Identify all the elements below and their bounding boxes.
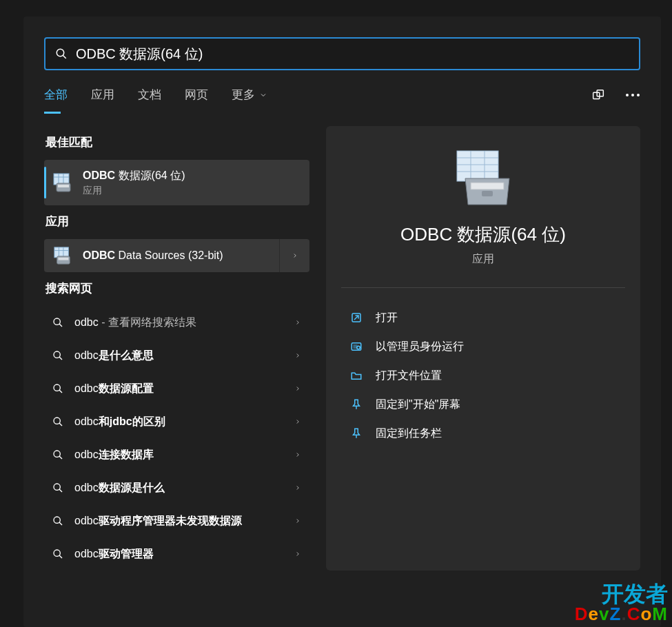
- chevron-right-icon: [294, 549, 301, 559]
- svg-rect-35: [457, 151, 498, 181]
- chevron-down-icon: [259, 91, 267, 99]
- best-match-title-bold: ODBC: [83, 169, 115, 181]
- folder-icon: [349, 369, 363, 382]
- web-result-item[interactable]: odbc数据源是什么: [44, 471, 309, 504]
- action-label: 固定到任务栏: [376, 426, 442, 441]
- web-result-label: odbc驱动程序管理器未发现数据源: [74, 514, 283, 528]
- web-result-item[interactable]: odbc - 查看网络搜索结果: [44, 306, 309, 339]
- svg-point-25: [54, 418, 60, 424]
- chevron-right-icon: [292, 251, 298, 260]
- svg-point-21: [54, 351, 60, 358]
- tab-more[interactable]: 更多: [232, 87, 267, 114]
- search-icon: [55, 48, 68, 60]
- svg-line-34: [59, 555, 62, 558]
- action-label: 以管理员身份运行: [376, 340, 464, 354]
- svg-point-19: [54, 318, 60, 325]
- detail-subtitle: 应用: [345, 252, 621, 267]
- watermark-line1: 开发者: [575, 583, 668, 605]
- svg-point-27: [54, 451, 60, 457]
- detail-actions: 打开以管理员身份运行打开文件位置固定到"开始"屏幕固定到任务栏: [345, 303, 621, 448]
- search-icon: [52, 317, 63, 328]
- tab-documents[interactable]: 文档: [138, 87, 161, 114]
- svg-point-31: [54, 517, 60, 523]
- svg-point-33: [54, 550, 60, 556]
- odbc-app-icon: [52, 172, 73, 193]
- chevron-right-icon: [294, 318, 301, 327]
- chevron-right-icon: [294, 417, 301, 426]
- tab-all[interactable]: 全部: [44, 87, 68, 114]
- action-open[interactable]: 打开: [345, 303, 621, 332]
- svg-rect-42: [482, 191, 493, 196]
- search-window: 全部 应用 文档 网页 更多 最佳匹配 ODBC 数据源(64 位): [23, 17, 661, 627]
- svg-line-20: [59, 324, 62, 327]
- web-result-item[interactable]: odbc是什么意思: [44, 339, 309, 372]
- svg-line-32: [59, 522, 62, 525]
- web-result-label: odbc是什么意思: [74, 349, 283, 363]
- open-icon: [349, 311, 363, 325]
- section-apps: 应用: [45, 214, 308, 229]
- search-box[interactable]: [44, 37, 640, 70]
- svg-point-4: [626, 94, 629, 96]
- best-match-text: ODBC 数据源(64 位) 应用: [83, 169, 185, 197]
- web-result-label: odbc和jdbc的区别: [74, 415, 283, 429]
- watermark-line2: DevZ.CoM: [575, 605, 668, 623]
- chevron-right-icon: [294, 516, 301, 526]
- web-result-item[interactable]: odbc数据源配置: [44, 372, 309, 405]
- app-title-bold: ODBC: [83, 249, 115, 261]
- svg-line-44: [354, 316, 358, 320]
- section-web: 搜索网页: [45, 280, 308, 296]
- chevron-right-icon: [294, 384, 301, 393]
- search-icon: [52, 383, 63, 394]
- web-result-label: odbc数据源是什么: [74, 481, 283, 495]
- search-icon: [52, 548, 63, 559]
- tab-web[interactable]: 网页: [185, 87, 208, 114]
- more-options-icon[interactable]: [625, 88, 640, 103]
- tab-apps[interactable]: 应用: [91, 87, 114, 114]
- web-results-list: odbc - 查看网络搜索结果 odbc是什么意思 odbc数据源配置 odbc…: [44, 306, 309, 571]
- chevron-right-icon: [294, 351, 301, 360]
- history-icon[interactable]: [591, 88, 606, 103]
- web-result-item[interactable]: odbc驱动管理器: [44, 537, 309, 571]
- detail-app-icon: [450, 148, 516, 207]
- action-admin[interactable]: 以管理员身份运行: [345, 332, 621, 361]
- action-label: 打开文件位置: [376, 369, 442, 383]
- action-label: 打开: [376, 311, 398, 325]
- web-result-label: odbc数据源配置: [74, 382, 283, 396]
- search-input[interactable]: [76, 46, 629, 62]
- search-icon: [52, 482, 63, 493]
- svg-point-47: [357, 346, 360, 349]
- svg-line-1: [63, 55, 66, 59]
- best-match-item[interactable]: ODBC 数据源(64 位) 应用: [44, 160, 309, 205]
- svg-point-29: [54, 484, 60, 490]
- action-pin[interactable]: 固定到"开始"屏幕: [345, 390, 621, 419]
- web-result-label: odbc驱动管理器: [74, 547, 283, 562]
- action-pin[interactable]: 固定到任务栏: [345, 419, 621, 448]
- section-best-match: 最佳匹配: [45, 134, 308, 150]
- web-result-item[interactable]: odbc驱动程序管理器未发现数据源: [44, 504, 309, 537]
- svg-line-24: [59, 390, 62, 393]
- action-folder[interactable]: 打开文件位置: [345, 361, 621, 390]
- admin-icon: [349, 340, 363, 353]
- web-result-label: odbc连接数据库: [74, 448, 283, 462]
- web-result-item[interactable]: odbc和jdbc的区别: [44, 405, 309, 438]
- chevron-right-icon: [294, 450, 301, 460]
- search-icon: [52, 515, 63, 526]
- app-result-odbc32[interactable]: ODBC Data Sources (32-bit): [44, 245, 279, 266]
- svg-line-30: [59, 489, 62, 492]
- odbc32-app-icon: [52, 245, 73, 266]
- best-match-subtitle: 应用: [83, 185, 185, 197]
- search-icon: [52, 416, 63, 427]
- app-expand-button[interactable]: [279, 239, 309, 272]
- svg-point-5: [631, 94, 634, 96]
- search-icon: [52, 350, 63, 361]
- svg-line-22: [59, 357, 62, 360]
- svg-rect-3: [597, 90, 603, 96]
- svg-point-0: [57, 49, 64, 56]
- app-title-rest: Data Sources (32-bit): [115, 249, 223, 261]
- web-result-item[interactable]: odbc连接数据库: [44, 438, 309, 471]
- app-result-row: ODBC Data Sources (32-bit): [44, 239, 309, 272]
- chevron-right-icon: [294, 483, 301, 493]
- results-column: 最佳匹配 ODBC 数据源(64 位) 应用 应用 ODBC Data Sour…: [44, 126, 309, 571]
- tabs-bar: 全部 应用 文档 网页 更多: [44, 87, 640, 114]
- web-result-label: odbc - 查看网络搜索结果: [74, 316, 283, 330]
